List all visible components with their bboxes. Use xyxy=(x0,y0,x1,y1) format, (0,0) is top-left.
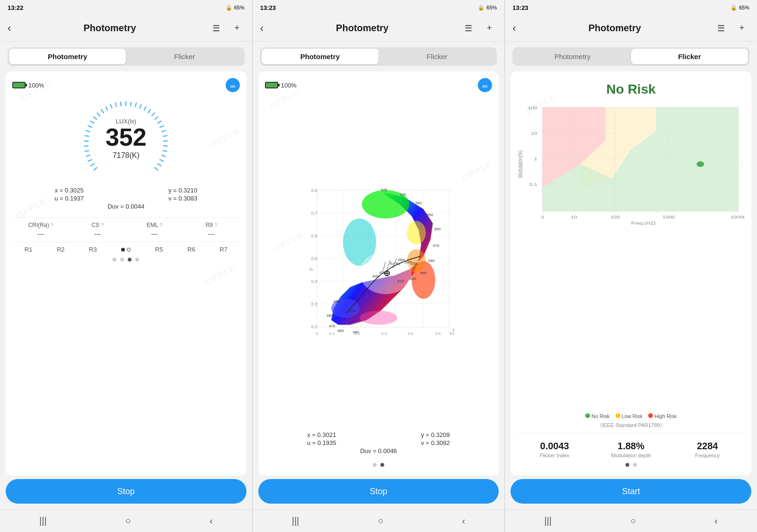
svg-text:0.1: 0.1 xyxy=(529,182,537,187)
back-btn-3[interactable]: ‹ xyxy=(512,22,516,35)
start-btn-3[interactable]: Start xyxy=(511,479,751,504)
cs-cell-1: CS ? --- xyxy=(69,222,126,238)
svg-line-22 xyxy=(144,107,146,110)
svg-line-2 xyxy=(88,160,92,161)
svg-point-63 xyxy=(407,221,426,244)
cie-chart-container: 0.8 0.7 0.6 0.5 0.4 0.3 0.2 x 0.8 y xyxy=(265,94,493,427)
svg-line-24 xyxy=(152,113,154,116)
svg-text:0.7: 0.7 xyxy=(311,211,317,216)
metric-v-1: v = 0.3083 xyxy=(126,195,239,202)
list-icon-1[interactable]: ☰ xyxy=(209,21,224,36)
svg-line-9 xyxy=(88,126,92,127)
tabs-3: Photometry Flicker xyxy=(512,47,749,66)
svg-line-26 xyxy=(158,121,161,123)
status-bar-3: 13:23 🔒 65% xyxy=(505,0,757,15)
svg-text:2500: 2500 xyxy=(397,258,405,262)
svg-text:4000: 4000 xyxy=(372,275,380,278)
svg-text:100: 100 xyxy=(528,105,537,110)
nav-menu-3[interactable]: ||| xyxy=(535,512,561,530)
r1-label: R1 xyxy=(25,246,33,253)
low-risk-legend: Low Risk xyxy=(616,413,643,419)
frequency-value: 2284 xyxy=(670,441,745,452)
high-risk-dot xyxy=(648,413,653,418)
dot-empty-1 xyxy=(127,248,131,252)
svg-text:100: 100 xyxy=(610,215,620,219)
tab-flicker-3[interactable]: Flicker xyxy=(631,49,748,64)
svg-text:Modulation(%): Modulation(%) xyxy=(517,150,523,178)
tab-flicker-1[interactable]: Flicker xyxy=(126,49,243,64)
status-icons-1: 🔒 65% xyxy=(226,5,245,11)
time-1: 13:22 xyxy=(8,4,23,11)
page-dot-2-1 xyxy=(373,463,377,467)
back-btn-1[interactable]: ‹ xyxy=(8,22,11,35)
nav-back-3[interactable]: ‹ xyxy=(705,512,727,530)
stop-btn-1[interactable]: Stop xyxy=(6,479,246,504)
page-dot-1-4 xyxy=(135,258,139,262)
metric-u-2: u = 0.1935 xyxy=(265,439,378,446)
r7-label: R7 xyxy=(220,246,228,253)
nav-bottom-3: ||| ○ ‹ xyxy=(505,509,757,532)
bluetooth-btn-1[interactable]: ⅏ xyxy=(226,78,240,92)
svg-line-3 xyxy=(87,155,90,157)
dot-indicator-1 xyxy=(121,248,131,252)
list-icon-3[interactable]: ☰ xyxy=(713,21,729,36)
battery-pct-1: 100% xyxy=(28,82,44,89)
nav-title-1: Photometry xyxy=(83,23,136,34)
battery-info-1: 100% xyxy=(12,82,44,89)
content-2: OPPLE OPPLE OPPLE 100% ⅏ xyxy=(258,71,499,475)
tab-flicker-2[interactable]: Flicker xyxy=(378,49,495,64)
svg-text:0.8: 0.8 xyxy=(311,188,317,193)
svg-text:0.2: 0.2 xyxy=(311,324,317,329)
nav-home-2[interactable]: ○ xyxy=(368,512,393,530)
status-bar-2: 13:23 🔒 65% xyxy=(253,0,505,15)
cie-chart-svg: 0.8 0.7 0.6 0.5 0.4 0.3 0.2 x 0.8 y xyxy=(303,185,454,337)
svg-line-32 xyxy=(163,150,167,151)
page-dot-3-2 xyxy=(633,463,637,467)
tab-photometry-1[interactable]: Photometry xyxy=(9,49,126,64)
nav-back-2[interactable]: ‹ xyxy=(453,512,475,530)
nav-back-1[interactable]: ‹ xyxy=(200,512,222,530)
bluetooth-btn-2[interactable]: ⅏ xyxy=(478,78,492,92)
nav-home-1[interactable]: ○ xyxy=(116,512,141,530)
stop-btn-2[interactable]: Stop xyxy=(258,479,499,504)
nav-menu-1[interactable]: ||| xyxy=(30,512,56,530)
nav-title-2: Photometry xyxy=(336,23,388,34)
lock-icon-2: 🔒 xyxy=(478,5,484,11)
svg-line-29 xyxy=(163,136,167,136)
flicker-metrics: 0.0043 Flicker Index 1.88% Modulation de… xyxy=(517,441,745,458)
svg-text:1000: 1000 xyxy=(662,215,675,219)
page-dots-3 xyxy=(517,458,745,469)
nav-menu-2[interactable]: ||| xyxy=(282,512,309,530)
svg-line-11 xyxy=(94,117,97,119)
add-icon-2[interactable]: + xyxy=(482,21,497,36)
metric-x-1: x = 0.3025 xyxy=(12,187,126,194)
back-btn-2[interactable]: ‹ xyxy=(260,22,264,35)
tab-photometry-2[interactable]: Photometry xyxy=(262,49,378,64)
add-icon-3[interactable]: + xyxy=(734,21,749,36)
page-dots-1 xyxy=(12,253,240,263)
nav-home-3[interactable]: ○ xyxy=(621,512,645,530)
svg-line-14 xyxy=(106,107,108,110)
svg-text:470: 470 xyxy=(329,324,335,328)
tab-photometry-3[interactable]: Photometry xyxy=(514,49,631,64)
page-dots-2 xyxy=(265,458,493,469)
nav-bar-2: ‹ Photometry ☰ + xyxy=(253,15,505,42)
svg-line-17 xyxy=(121,102,121,106)
svg-line-20 xyxy=(135,103,136,107)
screen-3: 13:23 🔒 65% ‹ Photometry ☰ + Photometry … xyxy=(505,0,757,532)
battery-row-1: 100% ⅏ xyxy=(12,78,240,92)
svg-text:0.1: 0.1 xyxy=(329,331,335,336)
svg-text:0.2: 0.2 xyxy=(355,331,361,336)
add-icon-1[interactable]: + xyxy=(229,21,245,36)
frequency-cell: 2284 Frequency xyxy=(670,441,745,458)
list-icon-2[interactable]: ☰ xyxy=(461,21,476,36)
svg-text:480: 480 xyxy=(326,314,333,318)
frequency-label: Frequency xyxy=(670,453,745,458)
svg-text:550: 550 xyxy=(427,213,433,217)
svg-text:10000: 10000 xyxy=(347,309,356,313)
svg-point-126 xyxy=(697,161,704,167)
time-3: 13:23 xyxy=(512,4,528,11)
svg-line-28 xyxy=(162,131,166,131)
nav-bottom-1: ||| ○ ‹ xyxy=(0,509,252,532)
nav-icons-1: ☰ + xyxy=(209,21,245,36)
